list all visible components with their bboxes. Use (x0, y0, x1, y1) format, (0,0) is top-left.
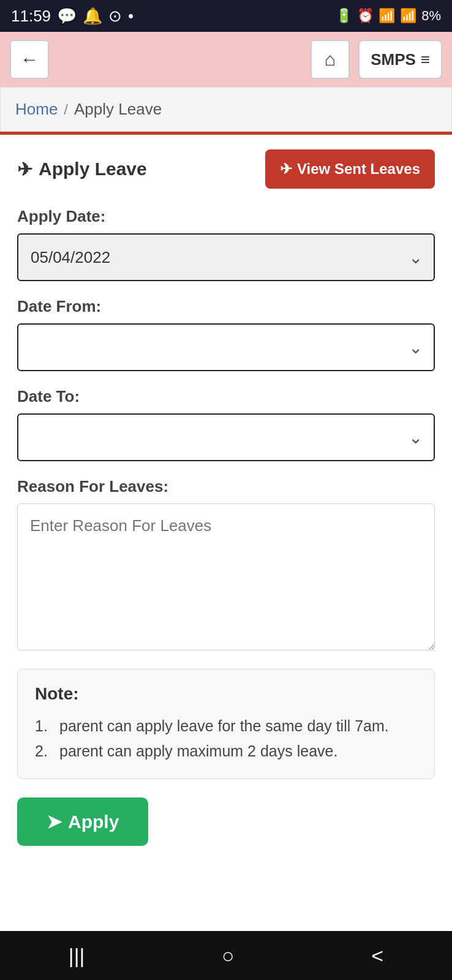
breadcrumb-separator: / (64, 101, 68, 118)
apply-date-group: Apply Date: 05/04/2022 (17, 207, 435, 281)
smps-menu-button[interactable]: SMPS ≡ (358, 40, 442, 79)
apply-label: Apply (68, 812, 119, 832)
note-list: 1. parent can apply leave for the same d… (35, 714, 417, 764)
note-item-1: parent can apply leave for the same day … (59, 717, 389, 735)
compass-icon: ⊙ (108, 7, 122, 26)
view-sent-label: View Sent Leaves (297, 160, 420, 178)
bottom-nav-home[interactable]: ○ (209, 938, 247, 974)
main-content: ✈ Apply Leave ✈ View Sent Leaves Apply D… (0, 135, 452, 931)
reason-label: Reason For Leaves: (17, 477, 435, 496)
alarm-icon: ⏰ (357, 8, 374, 24)
battery-percent: 8% (421, 8, 441, 24)
date-to-select[interactable] (17, 413, 435, 461)
note-num-1: 1. (35, 717, 55, 735)
date-from-label: Date From: (17, 297, 435, 316)
whatsapp-icon: 💬 (57, 7, 77, 26)
signal-icon: 📶 (400, 8, 416, 24)
note-item-2: parent can apply maximum 2 days leave. (59, 742, 337, 760)
back-button[interactable]: ← (10, 40, 49, 79)
smps-label: SMPS (371, 50, 416, 69)
status-time: 11:59 (11, 7, 51, 26)
date-from-wrapper (17, 323, 435, 371)
breadcrumb-current: Apply Leave (74, 100, 162, 119)
bottom-nav-back[interactable]: < (359, 938, 396, 974)
apply-date-wrapper: 05/04/2022 (17, 233, 435, 281)
bell-icon: 🔔 (83, 7, 102, 26)
note-box: Note: 1. parent can apply leave for the … (17, 669, 435, 779)
date-to-wrapper (17, 413, 435, 461)
page-title: Apply Leave (39, 159, 147, 179)
status-right: 🔋 ⏰ 📶 📶 8% (336, 8, 441, 24)
list-item: 1. parent can apply leave for the same d… (35, 714, 417, 739)
list-item: 2. parent can apply maximum 2 days leave… (35, 739, 417, 764)
date-to-label: Date To: (17, 387, 435, 406)
breadcrumb-home-link[interactable]: Home (15, 100, 58, 119)
apply-icon: ➤ (47, 811, 62, 832)
dot-icon: • (128, 7, 134, 26)
reason-group: Reason For Leaves: (17, 477, 435, 653)
reason-textarea[interactable] (17, 503, 435, 650)
note-num-2: 2. (35, 742, 55, 760)
apply-date-label: Apply Date: (17, 207, 435, 226)
view-sent-plane-icon: ✈ (280, 160, 292, 178)
back-icon: ← (20, 49, 39, 70)
wifi-icon: 📶 (379, 8, 395, 24)
nav-right: ⌂ SMPS ≡ (311, 40, 442, 79)
home-button[interactable]: ⌂ (311, 40, 350, 79)
note-title: Note: (35, 684, 417, 704)
home-icon: ⌂ (325, 49, 336, 70)
breadcrumb: Home / Apply Leave (0, 87, 452, 132)
date-to-group: Date To: (17, 387, 435, 461)
menu-icon: ≡ (421, 50, 430, 69)
date-from-group: Date From: (17, 297, 435, 371)
bottom-nav-recent-apps[interactable]: ||| (56, 938, 97, 974)
date-from-select[interactable] (17, 323, 435, 371)
bottom-nav: ||| ○ < (0, 931, 452, 980)
view-sent-leaves-button[interactable]: ✈ View Sent Leaves (265, 149, 435, 189)
section-header: ✈ Apply Leave ✈ View Sent Leaves (17, 149, 435, 189)
status-left: 11:59 💬 🔔 ⊙ • (11, 7, 134, 26)
section-title: ✈ Apply Leave (17, 159, 147, 180)
nav-bar: ← ⌂ SMPS ≡ (0, 32, 452, 87)
status-bar: 11:59 💬 🔔 ⊙ • 🔋 ⏰ 📶 📶 8% (0, 0, 452, 32)
apply-button[interactable]: ➤ Apply (17, 797, 148, 846)
battery-icon: 🔋 (336, 8, 352, 24)
title-plane-icon: ✈ (17, 159, 32, 180)
apply-date-select[interactable]: 05/04/2022 (17, 233, 435, 281)
